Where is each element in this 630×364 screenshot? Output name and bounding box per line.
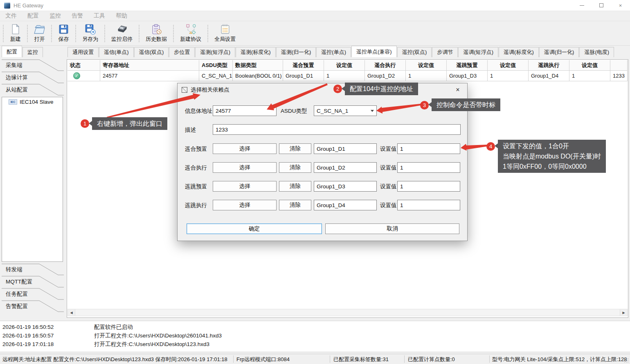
point-tab-12[interactable]: 遥调(短浮点)	[458, 47, 498, 57]
point-tab-11[interactable]: 步调节	[432, 47, 458, 57]
point-tab-5[interactable]: 遥测(短浮点)	[195, 47, 235, 57]
menu-item-5[interactable]: 工具	[88, 12, 110, 20]
toolbar-grip[interactable]	[104, 25, 106, 42]
point-tab-15[interactable]: 遥脉(电度)	[579, 47, 614, 57]
point-tab-1[interactable]: 通用设置	[68, 47, 99, 57]
column-header-9[interactable]: 遥跳预置	[447, 60, 488, 70]
select-point-button[interactable]: 选择	[213, 181, 277, 192]
table-cell-11: Group1_D4	[529, 71, 569, 81]
sidebar-group-top-2[interactable]: 边缘计算	[2, 71, 64, 84]
toolbar-button-5[interactable]: 监控启停	[108, 22, 136, 44]
column-header-4[interactable]: 数据类型	[233, 60, 283, 70]
point-tab-3[interactable]: 遥信(双点)	[134, 47, 169, 57]
toolbar-button-3[interactable]: 保存	[55, 22, 72, 44]
point-tab-2[interactable]: 遥信(单点)	[99, 47, 134, 57]
column-header-2[interactable]: 寄存器地址	[100, 60, 199, 70]
slave-list-item[interactable]: IECIEC104 Slave	[2, 97, 63, 107]
scroll-right-icon[interactable]: ▶	[620, 309, 627, 316]
toolbar-grip[interactable]	[173, 25, 175, 42]
dep-point-input[interactable]	[314, 200, 377, 210]
scroll-left-icon[interactable]: ◀	[68, 309, 75, 316]
scroll-thumb[interactable]	[75, 309, 620, 316]
dep-point-input[interactable]	[314, 181, 377, 192]
maximize-button[interactable]	[592, 0, 611, 11]
toolbar-grip[interactable]	[138, 25, 140, 42]
sidebar-group-bottom-1[interactable]: 转发端	[2, 264, 64, 276]
column-header-5[interactable]: 遥合预置	[283, 60, 324, 70]
point-tab-13[interactable]: 遥调(标度化)	[499, 47, 539, 57]
menu-item-6[interactable]: 帮助	[110, 12, 133, 20]
cancel-button[interactable]: 取消	[325, 223, 459, 234]
toolbar-button-8[interactable]: 全局设置	[211, 22, 239, 44]
column-header-7[interactable]: 遥合执行	[365, 60, 406, 70]
select-point-button[interactable]: 选择	[213, 162, 277, 173]
annotation-badge-3: 3	[420, 101, 429, 109]
point-tab-10[interactable]: 遥控(双点)	[397, 47, 432, 57]
toolbar-grip[interactable]	[2, 25, 4, 42]
column-header-11[interactable]: 遥跳执行	[529, 60, 569, 70]
sidebar-group-bottom-2[interactable]: MQTT配置	[2, 276, 64, 288]
table-row[interactable]: ✓24577C_SC_NA_1Boolean(BOOL 0/1)Group1_D…	[68, 71, 628, 81]
point-tab-4[interactable]: 步位置	[169, 47, 195, 57]
info-address-input[interactable]	[213, 105, 277, 116]
clear-point-button[interactable]: 清除	[279, 200, 311, 210]
sidebar-group-top-3[interactable]: 从站配置	[2, 84, 64, 96]
log-timestamp: 2026-01-19 17:01:18	[0, 340, 94, 348]
point-tab-9[interactable]: 遥控单点(兼容)	[351, 46, 397, 57]
clear-point-button[interactable]: 清除	[279, 181, 311, 192]
menu-item-3[interactable]: 监控	[44, 12, 66, 20]
column-header-12[interactable]: 设定值	[569, 60, 610, 70]
column-header-1[interactable]: 状态	[68, 60, 100, 70]
toolbar: 新建打开保存另存为监控启停历史数据新建协议全局设置	[0, 21, 630, 46]
sidebar-group-top-1[interactable]: 采集端	[2, 59, 64, 71]
dep-point-input[interactable]	[314, 162, 377, 173]
column-header-3[interactable]: ASDU类型	[199, 60, 233, 70]
toolbar-grip[interactable]	[75, 25, 77, 42]
column-header-8[interactable]: 设定值	[406, 60, 447, 70]
toolbar-button-7[interactable]: 新建协议	[177, 22, 205, 44]
toolbar-button-1[interactable]: 新建	[7, 22, 24, 44]
sidebar-group-bottom-4[interactable]: 告警配置	[2, 300, 64, 313]
minimize-button[interactable]	[572, 0, 592, 11]
horizontal-scrollbar[interactable]: ◀ ▶	[68, 309, 628, 316]
column-header-13[interactable]	[610, 60, 628, 70]
set-value-input[interactable]	[397, 143, 460, 154]
dep-label: 遥跳执行	[185, 202, 207, 209]
toolbar-button-6[interactable]: 历史数据	[142, 22, 170, 44]
point-tab-8[interactable]: 遥控(单点)	[316, 47, 351, 57]
toolbar-button-4[interactable]: 另存为	[79, 22, 101, 44]
dialog-titlebar[interactable]: 选择相关依赖点 ×	[178, 83, 467, 96]
dialog-close-button[interactable]: ×	[452, 86, 463, 94]
clear-point-button[interactable]: 清除	[279, 143, 311, 154]
menubar: 文件配置监控告警工具帮助	[0, 11, 630, 21]
column-header-6[interactable]: 设定值	[324, 60, 365, 70]
view-tab-2[interactable]: 监控	[22, 47, 43, 57]
asdu-type-select[interactable]: C_SC_NA_1	[314, 105, 377, 116]
dep-point-input[interactable]	[314, 143, 377, 154]
view-tab-1[interactable]: 配置	[2, 46, 22, 57]
toolbar-grip[interactable]	[207, 25, 209, 42]
annotation-tooltip-1: 右键新增，弹出此窗口	[92, 117, 167, 130]
sidebar-group-bottom-3[interactable]: 任务配置	[2, 288, 64, 300]
set-value-input[interactable]	[397, 181, 460, 192]
ok-button[interactable]: 确定	[187, 223, 322, 234]
point-tab-6[interactable]: 遥测(标度化)	[236, 47, 276, 57]
set-value-input[interactable]	[397, 162, 460, 173]
menu-item-1[interactable]: 文件	[0, 12, 22, 20]
log-timestamp: 2026-01-19 16:50:57	[0, 331, 94, 340]
close-button[interactable]: ×	[611, 0, 630, 11]
toolbar-grip[interactable]	[27, 25, 29, 42]
point-tab-7[interactable]: 遥测(归一化)	[276, 47, 316, 57]
column-header-10[interactable]: 设定值	[488, 60, 529, 70]
point-tab-14[interactable]: 遥调(归一化)	[539, 47, 579, 57]
menu-item-4[interactable]: 告警	[66, 12, 88, 20]
annotation-text: 配置104中遥控的地址	[350, 84, 413, 94]
set-value-input[interactable]	[397, 200, 460, 210]
toolbar-button-2[interactable]: 打开	[31, 22, 48, 44]
select-point-button[interactable]: 选择	[213, 143, 277, 154]
clear-point-button[interactable]: 清除	[279, 162, 311, 173]
toolbar-grip[interactable]	[51, 25, 53, 42]
description-input[interactable]	[213, 124, 461, 135]
select-point-button[interactable]: 选择	[213, 200, 277, 210]
menu-item-2[interactable]: 配置	[22, 12, 44, 20]
